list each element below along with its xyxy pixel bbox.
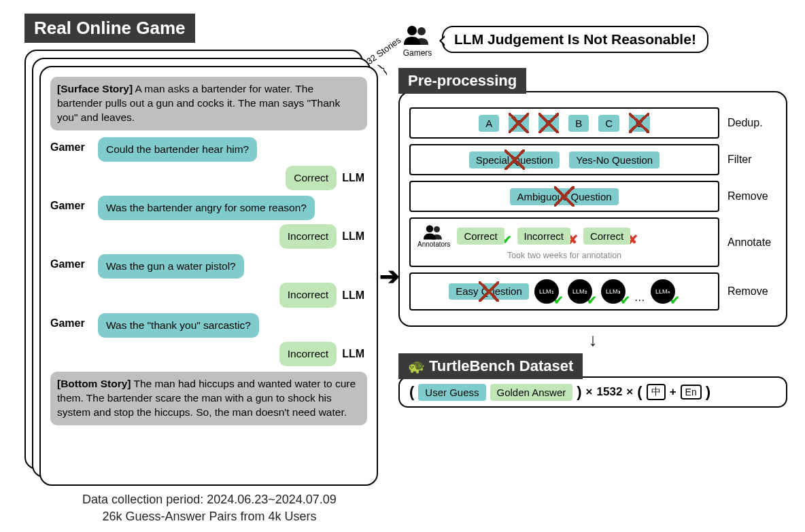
- annotate-chip: Incorrect: [517, 228, 570, 245]
- chip-golden-answer: Golden Answer: [490, 384, 573, 401]
- annotate-chip: Correct: [457, 228, 504, 245]
- step-remove-ambiguous: Ambiguous Question Remove: [409, 181, 776, 212]
- dataset-title: TurtleBench Dataset: [429, 357, 573, 375]
- step-dedup: AAABCC Dedup.: [409, 107, 776, 139]
- llm-label: LLM: [342, 230, 367, 243]
- preprocessing-title: Pre-processing: [398, 68, 526, 94]
- svg-point-2: [426, 226, 434, 233]
- step-filter: Special Question Yes-No Question Filter: [409, 144, 776, 175]
- gamers-icon: Gamers: [402, 24, 432, 58]
- open-paren-2: (: [637, 383, 642, 401]
- llm-label: LLM: [342, 348, 367, 360]
- close-paren-1: ): [577, 383, 581, 401]
- dataset-formula: ( User Guess Golden Answer ) × 1532 × ( …: [398, 376, 787, 408]
- filter-label: Filter: [727, 154, 776, 166]
- right-panel: Gamers LLM Judgement Is Not Reasonable! …: [398, 27, 787, 408]
- ellipsis-icon: …: [634, 291, 647, 304]
- svg-point-3: [434, 226, 440, 232]
- people-icon: [402, 24, 432, 46]
- times-2: ×: [626, 385, 633, 399]
- llm-circle: LLM₃: [601, 279, 626, 304]
- dedup-chip: A: [538, 115, 559, 132]
- answer-row: IncorrectLLM: [50, 283, 367, 307]
- lang-en: En: [681, 385, 702, 400]
- dedup-items: AAABCC: [409, 107, 719, 139]
- step-remove-easy: Easy Question LLM₁✔LLM₂✔LLM₃✔…LLMₙ✔ Remo…: [409, 272, 776, 311]
- plus-sign: +: [670, 385, 676, 399]
- svg-point-0: [407, 26, 417, 35]
- llm-label: LLM: [342, 172, 367, 184]
- llm-circle: LLM₁: [534, 279, 559, 304]
- annotate-label: Annotate: [727, 236, 776, 249]
- dedup-chip: C: [629, 115, 650, 132]
- footer: Data collection period: 2024.06.23~2024.…: [39, 491, 379, 525]
- card-front: [Surface Story] A man asks a bartender f…: [39, 66, 378, 486]
- gamer-label: Gamer: [50, 196, 92, 212]
- chip-yesno-question: Yes-No Question: [569, 152, 660, 169]
- surface-label: [Surface Story]: [57, 83, 133, 94]
- svg-point-1: [417, 27, 426, 35]
- qa-row: GamerWas the "thank you" sarcastic?: [50, 313, 367, 338]
- close-paren-2: ): [706, 383, 710, 401]
- chip-special-question: Special Question: [469, 152, 560, 169]
- speech-bubble: LLM Judgement Is Not Reasonable!: [442, 26, 708, 53]
- llm-circle: LLM₂: [568, 279, 592, 304]
- footer-line-2: 26k Guess-Answer Pairs from 4k Users: [39, 508, 379, 525]
- gamers-label: Gamers: [402, 48, 432, 58]
- filter-items: Special Question Yes-No Question: [409, 144, 719, 175]
- turtle-icon: 🐢: [408, 358, 425, 374]
- qa-row: GamerCould the bartender hear him?: [50, 137, 367, 162]
- annotators-label: Annotators: [417, 241, 450, 248]
- question-bubble: Was the "thank you" sarcastic?: [98, 313, 259, 338]
- chip-easy-question: Easy Question: [449, 283, 529, 300]
- answer-row: CorrectLLM: [50, 166, 367, 190]
- llm-label: LLM: [342, 289, 367, 302]
- qa-row: GamerWas the gun a water pistol?: [50, 254, 367, 279]
- question-bubble: Could the bartender hear him?: [98, 137, 257, 162]
- dedup-chip: A: [509, 115, 529, 132]
- dedup-label: Dedup.: [727, 117, 776, 129]
- remove-ambiguous-items: Ambiguous Question: [409, 181, 719, 212]
- lang-zh: 中: [647, 384, 666, 400]
- qa-row: GamerWas the bartender angry for some re…: [50, 196, 367, 220]
- dedup-chip: C: [598, 115, 619, 132]
- answer-bubble: Incorrect: [279, 224, 337, 249]
- gamer-label: Gamer: [50, 313, 92, 330]
- bottom-story: [Bottom Story] The man had hiccups and w…: [50, 372, 367, 425]
- remove-easy-items: Easy Question LLM₁✔LLM₂✔LLM₃✔…LLMₙ✔: [409, 272, 719, 311]
- gamer-label: Gamer: [50, 137, 92, 154]
- left-title: Real Online Game: [24, 14, 195, 43]
- card-stack: ﹜ 32 Stories [Surface Story] A man asks …: [24, 50, 378, 484]
- bottom-label: [Bottom Story]: [57, 378, 131, 389]
- preprocessing-box: AAABCC Dedup. Special Question Yes-No Qu…: [398, 91, 787, 327]
- remove1-label: Remove: [727, 190, 776, 202]
- answer-row: IncorrectLLM: [50, 342, 367, 366]
- answer-bubble: Incorrect: [279, 283, 337, 307]
- annotators-icon: Annotators: [417, 224, 450, 248]
- times-1: ×: [586, 385, 593, 399]
- question-bubble: Was the gun a water pistol?: [98, 254, 244, 279]
- answer-row: IncorrectLLM: [50, 224, 367, 249]
- annotation-note: Took two weeks for annotation: [417, 251, 711, 260]
- open-paren-1: (: [409, 383, 414, 401]
- annotate-chip: Correct: [583, 228, 630, 245]
- gamer-label: Gamer: [50, 254, 92, 270]
- arrow-right-icon: ➔: [379, 262, 400, 291]
- dataset-title-bar: 🐢 TurtleBench Dataset: [398, 353, 583, 379]
- dedup-chip: A: [479, 115, 499, 132]
- left-panel: Real Online Game ﹜ 32 Stories [Surface S…: [24, 14, 378, 484]
- llm-circle: LLMₙ: [651, 279, 675, 304]
- question-bubble: Was the bartender angry for some reason?: [98, 196, 315, 220]
- arrow-down-icon: ↓: [398, 330, 787, 351]
- chip-ambiguous-question: Ambiguous Question: [510, 188, 618, 205]
- step-annotate: Annotators Correct✔Incorrect✘Correct✘ To…: [409, 217, 776, 267]
- dedup-chip: B: [568, 115, 589, 132]
- chip-user-guess: User Guess: [418, 384, 485, 401]
- annotate-items: Annotators Correct✔Incorrect✘Correct✘ To…: [409, 217, 719, 267]
- remove2-label: Remove: [727, 285, 776, 298]
- answer-bubble: Incorrect: [279, 342, 337, 366]
- surface-story: [Surface Story] A man asks a bartender f…: [50, 77, 367, 130]
- answer-bubble: Correct: [286, 166, 337, 190]
- dataset-count: 1532: [597, 385, 623, 399]
- footer-line-1: Data collection period: 2024.06.23~2024.…: [39, 491, 379, 508]
